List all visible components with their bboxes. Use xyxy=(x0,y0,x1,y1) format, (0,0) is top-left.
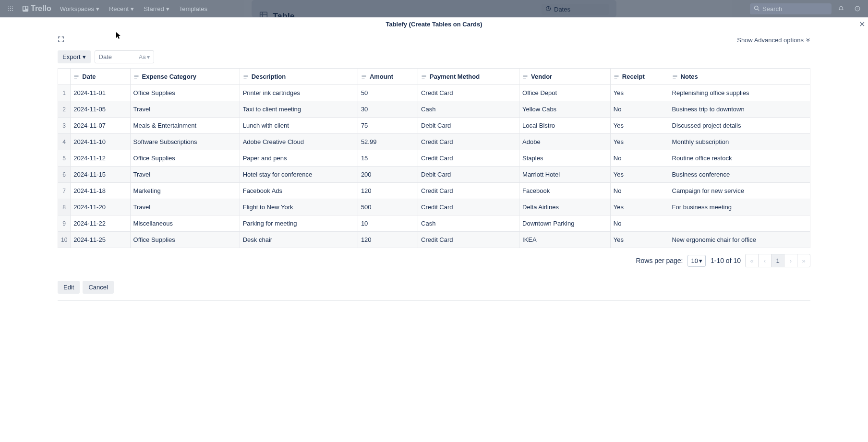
cell-amount[interactable]: 50 xyxy=(358,85,418,101)
cell-category[interactable]: Travel xyxy=(130,199,240,215)
close-icon[interactable]: ✕ xyxy=(859,20,865,29)
col-payment[interactable]: Payment Method xyxy=(418,69,519,85)
cell-date[interactable]: 2024-11-12 xyxy=(71,150,130,167)
cell-date[interactable]: 2024-11-18 xyxy=(71,183,130,199)
cell-notes[interactable]: For business meeting xyxy=(669,199,810,215)
table-row[interactable]: 32024-11-07Meals & EntertainmentLunch wi… xyxy=(58,118,810,134)
cell-date[interactable]: 2024-11-07 xyxy=(71,118,130,134)
page-number-1[interactable]: 1 xyxy=(771,254,784,267)
cell-date[interactable]: 2024-11-01 xyxy=(71,85,130,101)
cell-receipt[interactable]: Yes xyxy=(610,232,669,248)
cell-payment[interactable]: Credit Card xyxy=(418,199,519,215)
cell-description[interactable]: Printer ink cartridges xyxy=(240,85,358,101)
export-button[interactable]: Export ▾ xyxy=(58,50,91,63)
cell-date[interactable]: 2024-11-05 xyxy=(71,101,130,118)
cell-receipt[interactable]: Yes xyxy=(610,85,669,101)
cell-category[interactable]: Meals & Entertainment xyxy=(130,118,240,134)
cell-description[interactable]: Flight to New York xyxy=(240,199,358,215)
cell-category[interactable]: Travel xyxy=(130,101,240,118)
page-prev-button[interactable]: ‹ xyxy=(758,254,772,267)
col-receipt[interactable]: Receipt xyxy=(610,69,669,85)
cell-vendor[interactable]: Office Depot xyxy=(519,85,611,101)
cell-vendor[interactable]: Staples xyxy=(519,150,611,167)
cell-category[interactable]: Travel xyxy=(130,167,240,183)
cell-notes[interactable]: Routine office restock xyxy=(669,150,810,167)
cell-vendor[interactable]: Adobe xyxy=(519,134,611,150)
cell-payment[interactable]: Credit Card xyxy=(418,183,519,199)
cell-amount[interactable]: 200 xyxy=(358,167,418,183)
cell-description[interactable]: Desk chair xyxy=(240,232,358,248)
cell-category[interactable]: Office Supplies xyxy=(130,232,240,248)
cell-notes[interactable]: Monthly subscription xyxy=(669,134,810,150)
edit-button[interactable]: Edit xyxy=(58,281,80,294)
expand-icon[interactable] xyxy=(58,36,64,44)
cell-receipt[interactable]: Yes xyxy=(610,118,669,134)
table-row[interactable]: 72024-11-18MarketingFacebook Ads120Credi… xyxy=(58,183,810,199)
cell-amount[interactable]: 500 xyxy=(358,199,418,215)
cell-date[interactable]: 2024-11-25 xyxy=(71,232,130,248)
cell-notes[interactable]: Campaign for new service xyxy=(669,183,810,199)
cell-description[interactable]: Lunch with client xyxy=(240,118,358,134)
page-first-button[interactable]: « xyxy=(745,254,759,267)
cell-payment[interactable]: Credit Card xyxy=(418,232,519,248)
cell-payment[interactable]: Cash xyxy=(418,101,519,118)
cell-receipt[interactable]: No xyxy=(610,215,669,232)
cell-description[interactable]: Taxi to client meeting xyxy=(240,101,358,118)
cell-notes[interactable] xyxy=(669,215,810,232)
cell-vendor[interactable]: Downtown Parking xyxy=(519,215,611,232)
cell-description[interactable]: Hotel stay for conference xyxy=(240,167,358,183)
cell-date[interactable]: 2024-11-10 xyxy=(71,134,130,150)
cell-payment[interactable]: Credit Card xyxy=(418,134,519,150)
cell-receipt[interactable]: Yes xyxy=(610,134,669,150)
cancel-button[interactable]: Cancel xyxy=(83,281,113,294)
cell-amount[interactable]: 120 xyxy=(358,232,418,248)
show-advanced-options[interactable]: Show Advanced options xyxy=(737,36,810,44)
cell-date[interactable]: 2024-11-20 xyxy=(71,199,130,215)
cell-payment[interactable]: Debit Card xyxy=(418,118,519,134)
table-row[interactable]: 82024-11-20TravelFlight to New York500Cr… xyxy=(58,199,810,215)
cell-payment[interactable]: Credit Card xyxy=(418,85,519,101)
cell-notes[interactable]: New ergonomic chair for office xyxy=(669,232,810,248)
col-notes[interactable]: Notes xyxy=(669,69,810,85)
cell-description[interactable]: Paper and pens xyxy=(240,150,358,167)
cell-payment[interactable]: Credit Card xyxy=(418,150,519,167)
cell-category[interactable]: Miscellaneous xyxy=(130,215,240,232)
rows-per-page-select[interactable]: 10 ▾ xyxy=(687,255,705,267)
cell-vendor[interactable]: Marriott Hotel xyxy=(519,167,611,183)
cell-receipt[interactable]: No xyxy=(610,183,669,199)
cell-vendor[interactable]: Facebook xyxy=(519,183,611,199)
cell-category[interactable]: Office Supplies xyxy=(130,85,240,101)
table-row[interactable]: 102024-11-25Office SuppliesDesk chair120… xyxy=(58,232,810,248)
cell-notes[interactable]: Business trip to downtown xyxy=(669,101,810,118)
cell-vendor[interactable]: IKEA xyxy=(519,232,611,248)
col-date[interactable]: Date xyxy=(71,69,130,85)
cell-amount[interactable]: 10 xyxy=(358,215,418,232)
cell-notes[interactable]: Discussed project details xyxy=(669,118,810,134)
cell-payment[interactable]: Debit Card xyxy=(418,167,519,183)
table-row[interactable]: 42024-11-10Software SubscriptionsAdobe C… xyxy=(58,134,810,150)
col-description[interactable]: Description xyxy=(240,69,358,85)
cell-category[interactable]: Marketing xyxy=(130,183,240,199)
cell-receipt[interactable]: No xyxy=(610,101,669,118)
table-row[interactable]: 52024-11-12Office SuppliesPaper and pens… xyxy=(58,150,810,167)
cell-category[interactable]: Office Supplies xyxy=(130,150,240,167)
table-row[interactable]: 62024-11-15TravelHotel stay for conferen… xyxy=(58,167,810,183)
cell-description[interactable]: Adobe Creative Cloud xyxy=(240,134,358,150)
col-amount[interactable]: Amount xyxy=(358,69,418,85)
cell-receipt[interactable]: Yes xyxy=(610,199,669,215)
cell-amount[interactable]: 15 xyxy=(358,150,418,167)
cell-vendor[interactable]: Yellow Cabs xyxy=(519,101,611,118)
page-next-button[interactable]: › xyxy=(784,254,797,267)
cell-receipt[interactable]: Yes xyxy=(610,167,669,183)
cell-amount[interactable]: 75 xyxy=(358,118,418,134)
cell-amount[interactable]: 30 xyxy=(358,101,418,118)
cell-vendor[interactable]: Local Bistro xyxy=(519,118,611,134)
cell-amount[interactable]: 52.99 xyxy=(358,134,418,150)
cell-notes[interactable]: Replenishing office supplies xyxy=(669,85,810,101)
cell-payment[interactable]: Cash xyxy=(418,215,519,232)
cell-date[interactable]: 2024-11-15 xyxy=(71,167,130,183)
cell-description[interactable]: Facebook Ads xyxy=(240,183,358,199)
cell-receipt[interactable]: No xyxy=(610,150,669,167)
column-select[interactable]: Date Aa ▾ xyxy=(95,50,154,63)
col-category[interactable]: Expense Category xyxy=(130,69,240,85)
